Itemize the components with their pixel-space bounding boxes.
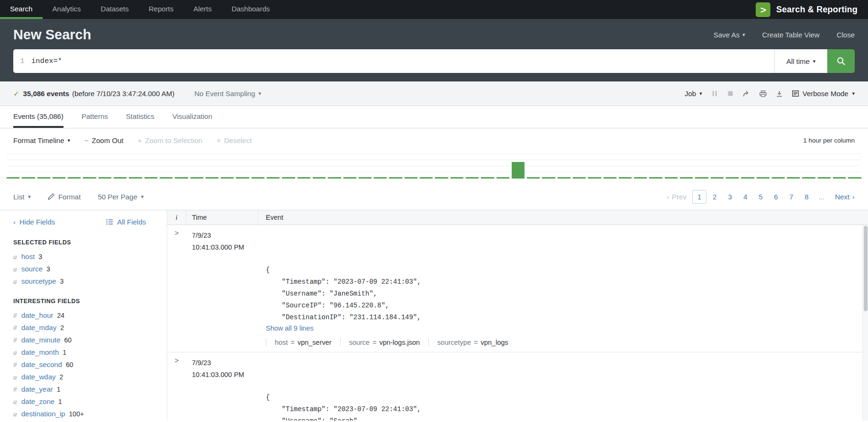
timeline-bar[interactable] — [344, 177, 356, 179]
timeline-bar[interactable] — [481, 177, 494, 179]
time-range-picker[interactable]: All time ▾ — [774, 49, 827, 73]
prev-page-button[interactable]: ‹ Prev — [667, 193, 687, 201]
field-name-link[interactable]: source — [21, 264, 43, 274]
timeline-bar[interactable] — [711, 177, 723, 179]
field-name-link[interactable]: destination_ip — [21, 409, 65, 419]
field-name-link[interactable]: date_month — [21, 347, 59, 357]
field-name-link[interactable]: date_hour — [21, 310, 54, 320]
search-button[interactable] — [827, 49, 855, 73]
timeline-bar[interactable] — [772, 177, 785, 179]
event-field[interactable]: source = vpn-logs.json — [340, 339, 428, 346]
timeline-bar[interactable] — [649, 177, 662, 179]
timeline-bar[interactable] — [512, 162, 524, 179]
timeline-bar[interactable] — [726, 177, 739, 179]
timeline-bar[interactable] — [145, 177, 157, 179]
topnav-item[interactable]: Search — [0, 0, 43, 19]
field-name-link[interactable]: host — [21, 251, 35, 261]
topnav-item[interactable]: Alerts — [183, 0, 221, 19]
field-item[interactable]: a destination_ip 100+ — [0, 408, 167, 420]
timeline-bar[interactable] — [129, 177, 142, 179]
timeline-bar[interactable] — [68, 177, 81, 179]
expand-row-button[interactable]: > — [174, 230, 179, 238]
print-button[interactable] — [760, 90, 767, 97]
timeline-chart[interactable] — [7, 152, 861, 179]
field-item[interactable]: a source 3 — [0, 263, 167, 275]
field-name-link[interactable]: sourcetype — [21, 276, 56, 286]
timeline-bar[interactable] — [527, 177, 540, 179]
search-query-input[interactable] — [31, 49, 774, 73]
close-button[interactable]: Close — [837, 31, 855, 39]
field-item[interactable]: # date_second 60 — [0, 359, 167, 371]
field-item[interactable]: a sourcetype 3 — [0, 275, 167, 287]
field-item[interactable]: a date_zone 1 — [0, 395, 167, 408]
topnav-item[interactable]: Analytics — [43, 0, 91, 19]
timeline-bar[interactable] — [359, 177, 371, 179]
timeline-bar[interactable] — [160, 177, 172, 179]
timeline-bar[interactable] — [7, 177, 19, 179]
hide-fields-button[interactable]: ‹ Hide Fields — [13, 218, 55, 226]
timeline-bar[interactable] — [542, 177, 555, 179]
timeline-bar[interactable] — [680, 177, 693, 179]
timeline-bar[interactable] — [282, 177, 295, 179]
result-tab[interactable]: Events (35,086) — [13, 106, 63, 128]
timeline-bar[interactable] — [99, 177, 111, 179]
field-item[interactable]: # date_year 1 — [0, 383, 167, 395]
result-tab[interactable]: Visualization — [172, 106, 212, 128]
page-number-button[interactable]: 2 — [707, 190, 722, 204]
zoom-out-button[interactable]: − Zoom Out — [84, 136, 123, 144]
timeline-bar[interactable] — [757, 177, 769, 179]
timeline-bar[interactable] — [787, 177, 800, 179]
event-sampling-button[interactable]: No Event Sampling ▾ — [194, 90, 261, 98]
share-button[interactable] — [743, 90, 750, 97]
timeline-bar[interactable] — [588, 177, 601, 179]
list-view-button[interactable]: List ▾ — [13, 193, 31, 201]
timeline-bar[interactable] — [175, 177, 188, 179]
timeline-bar[interactable] — [497, 177, 509, 179]
timeline-bar[interactable] — [833, 177, 846, 179]
timeline-bar[interactable] — [114, 177, 127, 179]
pause-button[interactable] — [712, 90, 718, 97]
timeline-bar[interactable] — [665, 177, 678, 179]
field-item[interactable]: a host 3 — [0, 251, 167, 263]
page-number-button[interactable]: 4 — [738, 190, 752, 204]
result-tab[interactable]: Patterns — [81, 106, 108, 128]
timeline-bar[interactable] — [37, 177, 50, 179]
timeline-bar[interactable] — [22, 177, 35, 179]
splunk-logo[interactable]: > — [756, 2, 770, 17]
field-item[interactable]: # date_hour 24 — [0, 309, 167, 322]
topnav-item[interactable]: Datasets — [91, 0, 139, 19]
timeline-bar[interactable] — [405, 177, 417, 179]
create-table-view-button[interactable]: Create Table View — [762, 31, 819, 39]
save-as-button[interactable]: Save As ▾ — [714, 31, 745, 39]
show-all-lines-link[interactable]: Show all 9 lines — [266, 324, 314, 332]
timeline-bar[interactable] — [267, 177, 280, 179]
field-name-link[interactable]: date_wday — [21, 372, 56, 382]
page-number-button[interactable]: 8 — [799, 190, 814, 204]
field-name-link[interactable]: date_zone — [21, 396, 54, 406]
timeline-bar[interactable] — [435, 177, 448, 179]
timeline-bar[interactable] — [634, 177, 647, 179]
topnav-item[interactable]: Dashboards — [222, 0, 280, 19]
timeline-bar[interactable] — [818, 177, 831, 179]
field-item[interactable]: # date_mday 2 — [0, 322, 167, 334]
export-button[interactable] — [776, 90, 783, 97]
field-name-link[interactable]: date_year — [21, 384, 53, 394]
timeline-bar[interactable] — [221, 177, 234, 179]
topnav-item[interactable]: Reports — [139, 0, 184, 19]
format-button[interactable]: Format — [48, 193, 81, 201]
event-field[interactable]: host = vpn_server — [266, 339, 340, 346]
field-name-link[interactable]: date_mday — [21, 323, 56, 332]
result-tab[interactable]: Statistics — [126, 106, 154, 128]
timeline-bar[interactable] — [298, 177, 310, 179]
job-menu-button[interactable]: Job ▾ — [685, 90, 702, 98]
page-number-button[interactable]: 1 — [692, 190, 706, 204]
vertical-scrollbar[interactable] — [862, 225, 868, 421]
timeline-bar[interactable] — [466, 177, 479, 179]
timeline-bar[interactable] — [190, 177, 203, 179]
per-page-button[interactable]: 50 Per Page ▾ — [98, 193, 144, 201]
timeline-bar[interactable] — [53, 177, 65, 179]
stop-button[interactable] — [727, 90, 733, 97]
field-item[interactable]: a date_month 1 — [0, 346, 167, 359]
search-mode-button[interactable]: Verbose Mode ▾ — [792, 90, 855, 98]
deselect-button[interactable]: × Deselect — [217, 136, 252, 144]
